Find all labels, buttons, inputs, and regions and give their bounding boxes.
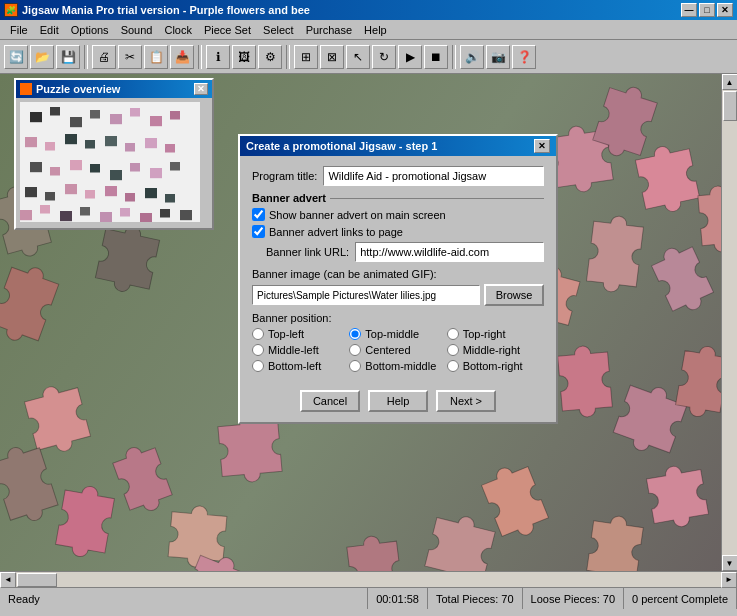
toolbar-print[interactable]: 🖨	[92, 45, 116, 69]
radio-bottom-middle-input[interactable]	[349, 360, 361, 372]
main-area: ▲ ▼ Puzzle overview ✕ Create a promotion…	[0, 74, 737, 571]
scroll-thumb[interactable]	[723, 91, 737, 121]
menu-file[interactable]: File	[4, 22, 34, 38]
radio-bottom-middle: Bottom-middle	[349, 360, 446, 372]
toolbar-sound[interactable]: 🔊	[460, 45, 484, 69]
menu-help[interactable]: Help	[358, 22, 393, 38]
scrollbar-right[interactable]: ▲ ▼	[721, 74, 737, 571]
scroll-track[interactable]	[722, 90, 738, 555]
banner-url-input[interactable]	[355, 242, 544, 262]
menu-edit[interactable]: Edit	[34, 22, 65, 38]
banner-url-label: Banner link URL:	[266, 246, 349, 258]
scroll-down-button[interactable]: ▼	[722, 555, 738, 571]
browse-button[interactable]: Browse	[484, 284, 544, 306]
title-bar-left: 🧩 Jigsaw Mania Pro trial version - Purpl…	[4, 3, 310, 17]
toolbar-new[interactable]: 🔄	[4, 45, 28, 69]
toolbar-sep1	[84, 45, 88, 69]
section-divider	[330, 198, 544, 199]
dialog-body: Program title: Banner advert Show banner…	[240, 156, 556, 382]
radio-top-middle-input[interactable]	[349, 328, 361, 340]
scroll-up-button[interactable]: ▲	[722, 74, 738, 90]
puzzle-overview-title-bar: Puzzle overview ✕	[16, 80, 212, 98]
toolbar-play[interactable]: ▶	[398, 45, 422, 69]
window-title: Jigsaw Mania Pro trial version - Purple …	[22, 4, 310, 16]
toolbar-sep3	[286, 45, 290, 69]
toolbar-save[interactable]: 💾	[56, 45, 80, 69]
banner-image-label: Banner image (can be animated GIF):	[252, 268, 544, 280]
banner-advert-label: Banner advert	[252, 192, 326, 204]
toolbar-paste[interactable]: 📥	[170, 45, 194, 69]
title-bar-controls: — □ ✕	[681, 3, 733, 17]
dialog-close-button[interactable]: ✕	[534, 139, 550, 153]
program-title-input[interactable]	[323, 166, 544, 186]
horizontal-scrollbar[interactable]: ◄ ►	[0, 571, 737, 587]
puzzle-overview-content	[16, 98, 212, 228]
scroll-right-button[interactable]: ►	[721, 572, 737, 588]
menu-options[interactable]: Options	[65, 22, 115, 38]
radio-bottom-left: Bottom-left	[252, 360, 349, 372]
scroll-left-button[interactable]: ◄	[0, 572, 16, 588]
banner-image-input[interactable]	[252, 285, 480, 305]
toolbar-scatter[interactable]: ⊠	[320, 45, 344, 69]
radio-bottom-right-label: Bottom-right	[463, 360, 523, 372]
menu-clock[interactable]: Clock	[158, 22, 198, 38]
radio-top-right-label: Top-right	[463, 328, 506, 340]
puzzle-overview-icon	[20, 83, 32, 95]
hscroll-track[interactable]	[16, 572, 721, 587]
toolbar-help2[interactable]: ❓	[512, 45, 536, 69]
toolbar-cut[interactable]: ✂	[118, 45, 142, 69]
close-window-button[interactable]: ✕	[717, 3, 733, 17]
show-banner-checkbox[interactable]	[252, 208, 265, 221]
toolbar-copy[interactable]: 📋	[144, 45, 168, 69]
menu-purchase[interactable]: Purchase	[300, 22, 358, 38]
toolbar-grid[interactable]: ⊞	[294, 45, 318, 69]
show-banner-row: Show banner advert on main screen	[252, 208, 544, 221]
radio-middle-right-input[interactable]	[447, 344, 459, 356]
radio-centered-label: Centered	[365, 344, 410, 356]
title-bar: 🧩 Jigsaw Mania Pro trial version - Purpl…	[0, 0, 737, 20]
banner-links-checkbox[interactable]	[252, 225, 265, 238]
status-complete: 0 percent Complete	[624, 588, 737, 609]
toolbar-settings[interactable]: ⚙	[258, 45, 282, 69]
cancel-button[interactable]: Cancel	[300, 390, 360, 412]
toolbar-open[interactable]: 📂	[30, 45, 54, 69]
radio-bottom-left-input[interactable]	[252, 360, 264, 372]
toolbar-sep4	[452, 45, 456, 69]
minimize-button[interactable]: —	[681, 3, 697, 17]
toolbar-img[interactable]: 🖼	[232, 45, 256, 69]
hscroll-thumb[interactable]	[17, 573, 57, 587]
radio-top-left-label: Top-left	[268, 328, 304, 340]
banner-url-row: Banner link URL:	[252, 242, 544, 262]
radio-middle-right: Middle-right	[447, 344, 544, 356]
puzzle-overview-title-text: Puzzle overview	[36, 83, 120, 95]
radio-centered: Centered	[349, 344, 446, 356]
puzzle-overview-close-button[interactable]: ✕	[194, 83, 208, 95]
status-loose-pieces: Loose Pieces: 70	[523, 588, 624, 609]
toolbar-stop[interactable]: ⏹	[424, 45, 448, 69]
help-button[interactable]: Help	[368, 390, 428, 412]
toolbar-camera[interactable]: 📷	[486, 45, 510, 69]
radio-middle-left-input[interactable]	[252, 344, 264, 356]
status-time-text: 00:01:58	[376, 593, 419, 605]
radio-centered-input[interactable]	[349, 344, 361, 356]
status-complete-text: 0 percent Complete	[632, 593, 728, 605]
menu-pieceset[interactable]: Piece Set	[198, 22, 257, 38]
toolbar-rotate[interactable]: ↻	[372, 45, 396, 69]
puzzle-mini-canvas	[20, 102, 200, 222]
dialog-buttons: Cancel Help Next >	[240, 382, 556, 422]
menu-sound[interactable]: Sound	[115, 22, 159, 38]
toolbar-select[interactable]: ↖	[346, 45, 370, 69]
menu-bar: File Edit Options Sound Clock Piece Set …	[0, 20, 737, 40]
position-radio-grid: Top-left Top-middle Top-right Middle-lef…	[252, 328, 544, 372]
banner-advert-section: Banner advert	[252, 192, 544, 204]
radio-top-left-input[interactable]	[252, 328, 264, 340]
app-icon: 🧩	[4, 3, 18, 17]
next-button[interactable]: Next >	[436, 390, 496, 412]
maximize-button[interactable]: □	[699, 3, 715, 17]
radio-bottom-right-input[interactable]	[447, 360, 459, 372]
promo-jigsaw-dialog: Create a promotional Jigsaw - step 1 ✕ P…	[238, 134, 558, 424]
toolbar-info[interactable]: ℹ	[206, 45, 230, 69]
radio-top-right-input[interactable]	[447, 328, 459, 340]
radio-top-right: Top-right	[447, 328, 544, 340]
menu-select[interactable]: Select	[257, 22, 300, 38]
